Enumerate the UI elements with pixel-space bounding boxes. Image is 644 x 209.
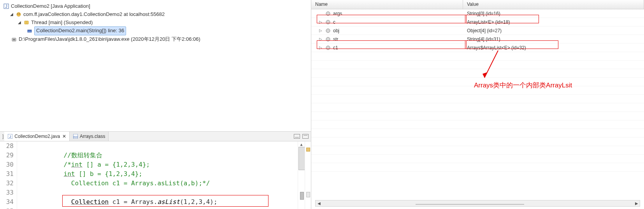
code-line-35 <box>17 207 298 209</box>
ruler-marker <box>306 148 310 152</box>
bug-icon <box>16 11 22 17</box>
tab-active[interactable]: J CollectionDemo2.java ✕ <box>4 132 70 141</box>
collapse-toggle-icon[interactable]: ◢ <box>9 11 14 17</box>
variables-header: Name Value <box>311 0 644 9</box>
outer-ruler <box>305 141 311 209</box>
svg-rect-5 <box>25 21 28 24</box>
scrollbar-thumb[interactable] <box>298 147 305 170</box>
class-file-icon: 010 <box>73 134 78 139</box>
variable-icon <box>325 11 331 16</box>
svg-rect-11 <box>13 39 15 40</box>
debug-launch-label: com.ff.javaCollection.day1.CollectionDem… <box>23 10 165 19</box>
tab-active-label: CollectionDemo2.java <box>14 134 60 139</box>
variable-name: c <box>333 19 335 25</box>
svg-text:J: J <box>9 135 11 139</box>
ruler-marker <box>300 192 304 200</box>
maximize-icon[interactable] <box>302 134 309 139</box>
svg-point-4 <box>19 14 20 14</box>
code-line-32: Collection c1 = Arrays.asList(a,b);*/ <box>17 179 298 188</box>
scrollbar-thumb[interactable] <box>416 204 525 205</box>
variable-icon <box>325 45 331 51</box>
code-line-33 <box>17 188 298 197</box>
code-line-34: Collection c1 = Arrays.asList(1,2,3,4); <box>17 197 298 207</box>
variable-row[interactable]: ▷ str String[4] (id=31) <box>311 35 644 44</box>
debug-process[interactable]: D:\ProgramFiles\Java\jdk1.8.0_261\bin\ja… <box>2 35 309 44</box>
svg-rect-9 <box>28 30 32 31</box>
code-line-30: /*int [] a = {1,2,3,4}; <box>17 160 298 169</box>
variable-row[interactable]: ▷ c ArrayList<E> (id=18) <box>311 18 644 26</box>
collapse-toggle-icon[interactable]: ◢ <box>17 19 22 26</box>
variable-value: String[0] (id=16) <box>463 11 644 16</box>
svg-rect-6 <box>25 22 28 22</box>
stack-frame-icon <box>26 28 33 34</box>
svg-point-19 <box>326 37 330 41</box>
process-icon <box>11 37 17 43</box>
thread-icon <box>23 19 30 26</box>
svg-text:010: 010 <box>73 136 78 138</box>
variable-value: Object[4] (id=27) <box>463 28 644 33</box>
tab-inactive[interactable]: 010 Arrays.class <box>70 132 109 141</box>
code-line-29: //数组转集合 <box>17 151 298 160</box>
debug-thread-label: Thread [main] (Suspended) <box>31 19 93 27</box>
tab-inactive-label: Arrays.class <box>80 134 105 139</box>
scroll-right-icon[interactable]: ▶ <box>633 200 640 206</box>
variable-name: str <box>333 37 338 42</box>
annotation-text: Arrays类中的一个内部类ArrayLsit <box>474 81 572 90</box>
variable-icon <box>325 28 331 33</box>
svg-point-2 <box>17 12 21 16</box>
variable-value: ArrayList<E> (id=18) <box>463 19 644 25</box>
java-file-icon: J <box>7 134 13 139</box>
code-line-28 <box>17 141 298 151</box>
variable-name: c1 <box>333 45 338 51</box>
variable-row[interactable]: ▷ obj Object[4] (id=27) <box>311 26 644 35</box>
svg-point-16 <box>326 12 330 16</box>
variable-icon <box>325 37 331 42</box>
svg-point-3 <box>18 14 18 14</box>
debug-process-label: D:\ProgramFiles\Java\jdk1.8.0_261\bin\ja… <box>19 35 200 44</box>
editor-tab-bar: ] J CollectionDemo2.java ✕ 010 Arrays.cl… <box>0 131 311 141</box>
prefix-bracket: ] <box>2 134 4 139</box>
debug-thread[interactable]: ◢ Thread [main] (Suspended) <box>2 19 309 27</box>
code-editor[interactable]: 28 29 30 31 32 33 34 35 36 37 //数组转集合 /*… <box>0 141 311 209</box>
close-tab-icon[interactable]: ✕ <box>62 134 66 139</box>
variable-row[interactable]: args String[0] (id=16) <box>311 9 644 18</box>
header-name[interactable]: Name <box>311 0 463 9</box>
horizontal-scrollbar[interactable]: ◀ ▶ <box>315 200 640 207</box>
variable-value: String[4] (id=31) <box>463 37 644 42</box>
ruler-marker <box>306 192 310 197</box>
header-value[interactable]: Value <box>463 0 644 9</box>
overview-ruler[interactable]: ▲ <box>298 141 305 209</box>
scroll-left-icon[interactable]: ◀ <box>316 200 322 206</box>
svg-marker-22 <box>483 72 487 78</box>
expand-arrow-icon[interactable]: ▷ <box>319 28 323 33</box>
debug-launch[interactable]: ◢ com.ff.javaCollection.day1.CollectionD… <box>2 10 309 19</box>
scroll-up-icon[interactable]: ▲ <box>298 141 305 147</box>
java-app-icon: J <box>3 3 9 9</box>
svg-point-18 <box>326 29 330 33</box>
code-area[interactable]: //数组转集合 /*int [] a = {1,2,3,4}; int [] b… <box>17 141 298 209</box>
annotation-arrow-icon <box>475 47 514 85</box>
variable-icon <box>325 19 331 25</box>
variable-name: args <box>333 11 342 16</box>
svg-rect-7 <box>25 23 28 23</box>
debug-frame-label: CollectionDemo2.main(String[]) line: 36 <box>34 26 126 35</box>
expand-arrow-icon[interactable]: ▷ <box>319 45 323 50</box>
minimize-icon[interactable] <box>294 134 300 139</box>
svg-point-20 <box>326 46 330 50</box>
svg-point-17 <box>326 20 330 24</box>
variables-rows: args String[0] (id=16) ▷ c ArrayList<E> … <box>311 9 644 52</box>
debug-tree: J CollectionDemo2 [Java Application] ◢ c… <box>0 0 311 48</box>
debug-root-label: CollectionDemo2 [Java Application] <box>11 2 90 10</box>
code-line-31: int [] b = {1,2,3,4}; <box>17 169 298 179</box>
expand-arrow-icon[interactable]: ▷ <box>319 20 323 24</box>
line-gutter: 28 29 30 31 32 33 34 35 36 37 <box>0 141 17 209</box>
debug-root[interactable]: J CollectionDemo2 [Java Application] <box>2 2 309 10</box>
svg-text:J: J <box>5 4 7 9</box>
variable-name: obj <box>333 28 339 33</box>
debug-stack-frame[interactable]: CollectionDemo2.main(String[]) line: 36 <box>2 26 309 35</box>
expand-arrow-icon[interactable]: ▷ <box>319 37 323 41</box>
